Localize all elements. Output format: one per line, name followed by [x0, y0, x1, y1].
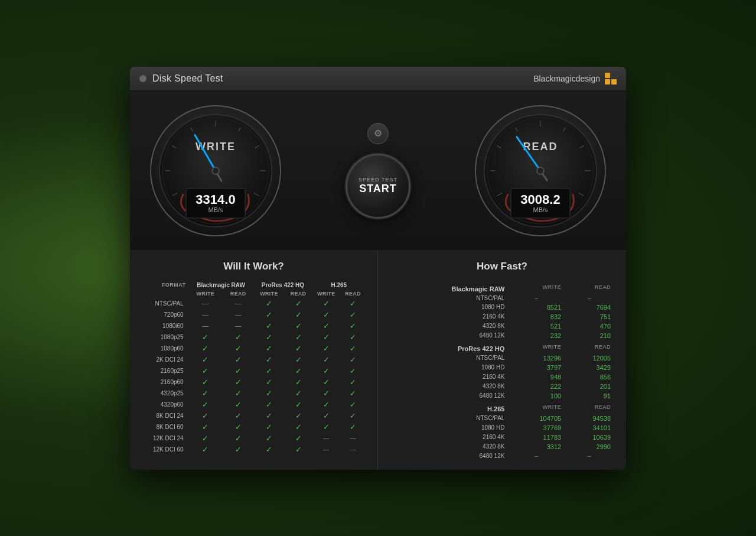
check-icon: ✓ — [266, 299, 272, 308]
dash-icon: — — [202, 311, 208, 318]
check-icon: ✓ — [235, 411, 242, 420]
table-row: 2K DCI 24✓✓✓✓✓✓ — [142, 354, 366, 365]
table-row: 4320 8K 521 470 — [390, 321, 614, 331]
check-icon: ✓ — [235, 378, 242, 386]
check-icon: ✓ — [295, 445, 302, 454]
table-row: 1080i60——✓✓✓✓ — [142, 320, 366, 332]
svg-text:MB/s: MB/s — [533, 206, 548, 213]
prores-header: ProRes 422 HQ — [253, 281, 312, 290]
check-icon: ✓ — [323, 366, 330, 375]
check-icon: ✓ — [266, 366, 272, 375]
check-icon: ✓ — [295, 321, 302, 330]
table-row: 720p60——✓✓✓✓ — [142, 309, 366, 320]
close-button[interactable] — [139, 75, 146, 82]
check-icon: ✓ — [295, 366, 302, 375]
check-icon: ✓ — [295, 423, 302, 431]
section-header-row: ProRes 422 HQ WRITE READ — [390, 340, 614, 353]
brand-name: Blackmagicdesign — [533, 74, 600, 83]
check-icon: ✓ — [350, 321, 356, 330]
app-window: Disk Speed Test Blackmagicdesign — [130, 67, 626, 470]
brand-logo: Blackmagicdesign — [533, 73, 617, 85]
check-icon: ✓ — [266, 355, 272, 364]
check-icon: ✓ — [266, 344, 272, 353]
dash-icon: — — [350, 446, 356, 453]
window-title: Disk Speed Test — [152, 73, 223, 84]
check-icon: ✓ — [235, 434, 242, 443]
dash-icon: — — [235, 300, 242, 307]
check-icon: ✓ — [350, 423, 356, 431]
svg-text:READ: READ — [523, 141, 558, 152]
check-icon: ✓ — [350, 355, 356, 364]
dash-icon: — — [235, 311, 242, 318]
check-icon: ✓ — [350, 344, 356, 353]
check-icon: ✓ — [295, 310, 302, 319]
start-label: START — [359, 183, 397, 195]
will-it-work-title: Will It Work? — [142, 261, 366, 272]
table-row: 2160p25✓✓✓✓✓✓ — [142, 365, 366, 376]
table-row: 1080p60✓✓✓✓✓✓ — [142, 343, 366, 354]
check-icon: ✓ — [295, 411, 302, 420]
check-icon: ✓ — [350, 400, 356, 409]
check-icon: ✓ — [323, 333, 330, 342]
table-row: 6480 12K 100 91 — [390, 391, 614, 401]
write-gauge: WRITE 3314.0 MB/s — [148, 103, 284, 239]
settings-button[interactable]: ⚙ — [367, 123, 389, 144]
check-icon: ✓ — [235, 344, 242, 353]
check-icon: ✓ — [266, 321, 272, 330]
check-icon: ✓ — [295, 299, 302, 308]
table-row: 2160 4K 11783 10639 — [390, 433, 614, 442]
center-panel: ⚙ SPEED TEST START — [346, 123, 410, 219]
check-icon: ✓ — [295, 355, 302, 364]
check-icon: ✓ — [235, 333, 242, 342]
check-icon: ✓ — [202, 355, 208, 364]
table-row: 4320p25✓✓✓✓✓✓ — [142, 388, 366, 399]
section-header-row: H.265 WRITE READ — [390, 401, 614, 414]
check-icon: ✓ — [235, 355, 242, 364]
table-row: 4320p60✓✓✓✓✓✓ — [142, 399, 366, 410]
check-icon: ✓ — [266, 445, 272, 454]
dash-icon: — — [202, 322, 208, 329]
svg-text:3008.2: 3008.2 — [520, 192, 560, 207]
how-fast-panel: How Fast? Blackmagic RAW WRITE READ NTSC… — [378, 251, 626, 470]
braw-header: Blackmagic RAW — [188, 281, 254, 290]
svg-point-37 — [537, 167, 544, 174]
check-icon: ✓ — [266, 423, 272, 431]
check-icon: ✓ — [266, 378, 272, 386]
check-icon: ✓ — [323, 411, 330, 420]
table-row: 4320 8K 222 201 — [390, 382, 614, 391]
check-icon: ✓ — [323, 299, 330, 308]
brand-icon — [605, 73, 617, 85]
format-header: FORMAT — [142, 281, 188, 290]
check-icon: ✓ — [235, 445, 242, 454]
check-icon: ✓ — [266, 333, 272, 342]
check-icon: ✓ — [295, 333, 302, 342]
table-row: NTSC/PAL——✓✓✓✓ — [142, 298, 366, 309]
check-icon: ✓ — [202, 333, 208, 342]
read-gauge: READ 3008.2 MB/s — [472, 103, 608, 239]
table-row: NTSC/PAL – – — [390, 294, 614, 303]
title-bar: Disk Speed Test Blackmagicdesign — [130, 67, 626, 91]
gauge-area: WRITE 3314.0 MB/s ⚙ SPEED TEST — [130, 91, 626, 251]
section-header-row: Blackmagic RAW WRITE READ — [390, 281, 614, 294]
check-icon: ✓ — [202, 400, 208, 409]
table-row: 6480 12K 232 210 — [390, 331, 614, 340]
check-icon: ✓ — [323, 310, 330, 319]
start-button[interactable]: SPEED TEST START — [346, 154, 410, 219]
check-icon: ✓ — [323, 378, 330, 386]
check-icon: ✓ — [323, 321, 330, 330]
check-icon: ✓ — [235, 400, 242, 409]
check-icon: ✓ — [323, 400, 330, 409]
check-icon: ✓ — [266, 310, 272, 319]
table-row: 1080 HD 37769 34101 — [390, 423, 614, 433]
dash-icon: — — [323, 434, 330, 441]
table-row: 8K DCI 24✓✓✓✓✓✓ — [142, 410, 366, 421]
check-icon: ✓ — [202, 411, 208, 420]
check-icon: ✓ — [202, 423, 208, 431]
table-row: 1080 HD 8521 7694 — [390, 303, 614, 312]
check-icon: ✓ — [350, 333, 356, 342]
gear-icon: ⚙ — [374, 128, 382, 139]
will-it-work-table: FORMAT Blackmagic RAW ProRes 422 HQ H.26… — [142, 281, 366, 455]
check-icon: ✓ — [295, 378, 302, 386]
table-row: NTSC/PAL 13296 12005 — [390, 353, 614, 363]
check-icon: ✓ — [266, 411, 272, 420]
